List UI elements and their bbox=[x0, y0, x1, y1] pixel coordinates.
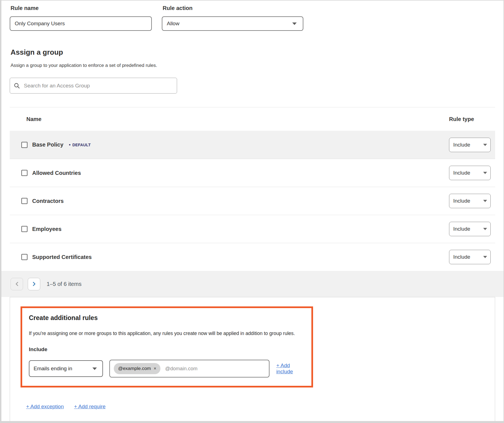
search-input[interactable] bbox=[24, 83, 173, 89]
row-checkbox[interactable] bbox=[21, 170, 27, 176]
table-row: Allowed Countries Include bbox=[10, 159, 495, 187]
group-name: Base Policy bbox=[32, 142, 63, 148]
rule-action-value: Allow bbox=[167, 21, 179, 27]
row-checkbox[interactable] bbox=[21, 198, 27, 204]
rule-action-select[interactable]: Allow bbox=[162, 16, 303, 31]
rule-type-select[interactable]: Include bbox=[449, 166, 491, 180]
rule-type-select[interactable]: Include bbox=[449, 250, 491, 264]
add-exception-link[interactable]: + Add exception bbox=[26, 404, 64, 410]
create-rules-highlight: Create additional rules If you're assign… bbox=[21, 306, 313, 387]
chevron-down-icon bbox=[483, 172, 487, 174]
assign-group-heading: Assign a group bbox=[11, 48, 503, 57]
chevron-down-icon bbox=[292, 22, 297, 25]
rule-name-field-group: Rule name bbox=[10, 4, 152, 31]
include-rule-row: Emails ending in @example.com × @domain.… bbox=[29, 360, 306, 377]
group-name: Contractors bbox=[32, 198, 64, 204]
row-checkbox[interactable] bbox=[21, 142, 27, 148]
email-chip: @example.com × bbox=[114, 363, 160, 374]
create-rules-heading: Create additional rules bbox=[29, 314, 306, 322]
chevron-down-icon bbox=[483, 200, 487, 202]
rule-action-label: Rule action bbox=[163, 5, 303, 11]
access-group-search[interactable] bbox=[10, 78, 177, 94]
add-require-link[interactable]: + Add require bbox=[74, 404, 106, 410]
chevron-down-icon bbox=[92, 367, 97, 370]
chevron-down-icon bbox=[483, 144, 487, 146]
email-input-placeholder: @domain.com bbox=[165, 366, 197, 372]
rule-criteria-value: Emails ending in bbox=[34, 366, 72, 372]
table-header: Name Rule type bbox=[10, 107, 495, 131]
row-checkbox[interactable] bbox=[21, 226, 27, 232]
row-checkbox[interactable] bbox=[21, 254, 27, 260]
pagination-status: 1–5 of 6 items bbox=[47, 281, 82, 287]
prev-page-button[interactable] bbox=[11, 278, 23, 290]
add-include-link[interactable]: + Add include bbox=[276, 362, 306, 375]
table-row: Base Policy •DEFAULT Include bbox=[10, 131, 495, 159]
group-name: Employees bbox=[32, 226, 62, 232]
table-row: Supported Certificates Include bbox=[10, 243, 495, 271]
assign-group-description: Assign a group to your application to en… bbox=[11, 63, 503, 68]
default-badge: •DEFAULT bbox=[69, 142, 91, 148]
create-rules-card: Create additional rules If you're assign… bbox=[10, 297, 495, 421]
rule-name-label: Rule name bbox=[11, 5, 152, 11]
rule-type-select[interactable]: Include bbox=[449, 138, 491, 152]
chevron-down-icon bbox=[483, 228, 487, 230]
rule-name-input[interactable] bbox=[10, 16, 152, 31]
chevron-down-icon bbox=[483, 256, 487, 258]
remove-chip-icon[interactable]: × bbox=[154, 366, 156, 371]
search-icon bbox=[14, 83, 20, 89]
chevron-right-icon bbox=[32, 281, 36, 286]
bullet-icon: • bbox=[69, 142, 70, 147]
group-name: Supported Certificates bbox=[32, 254, 92, 260]
page: Rule name Rule action Allow Assign a gro… bbox=[0, 0, 504, 423]
rule-criteria-select[interactable]: Emails ending in bbox=[29, 360, 103, 377]
column-header-name: Name bbox=[26, 116, 41, 122]
email-chip-value: @example.com bbox=[118, 366, 151, 371]
chevron-left-icon bbox=[15, 281, 19, 286]
assign-group-section: Assign a group Assign a group to your ap… bbox=[1, 48, 503, 94]
create-rules-description: If you're assigning one or more groups t… bbox=[29, 331, 306, 336]
include-label: Include bbox=[29, 346, 306, 352]
next-page-button[interactable] bbox=[28, 278, 40, 290]
email-domain-input[interactable]: @example.com × @domain.com bbox=[109, 360, 269, 377]
table-row: Employees Include bbox=[10, 215, 495, 243]
column-header-rule-type: Rule type bbox=[449, 116, 491, 122]
access-groups-table: Name Rule type Base Policy •DEFAULT Incl… bbox=[10, 107, 495, 271]
rule-form: Rule name Rule action Allow bbox=[1, 1, 503, 31]
rule-links: + Add exception + Add require bbox=[26, 404, 495, 410]
table-row: Contractors Include bbox=[10, 187, 495, 215]
group-name: Allowed Countries bbox=[32, 170, 81, 176]
pagination: 1–5 of 6 items bbox=[1, 271, 503, 297]
rule-action-field-group: Rule action Allow bbox=[162, 4, 303, 31]
rule-type-select[interactable]: Include bbox=[449, 222, 491, 236]
rule-type-select[interactable]: Include bbox=[449, 194, 491, 208]
